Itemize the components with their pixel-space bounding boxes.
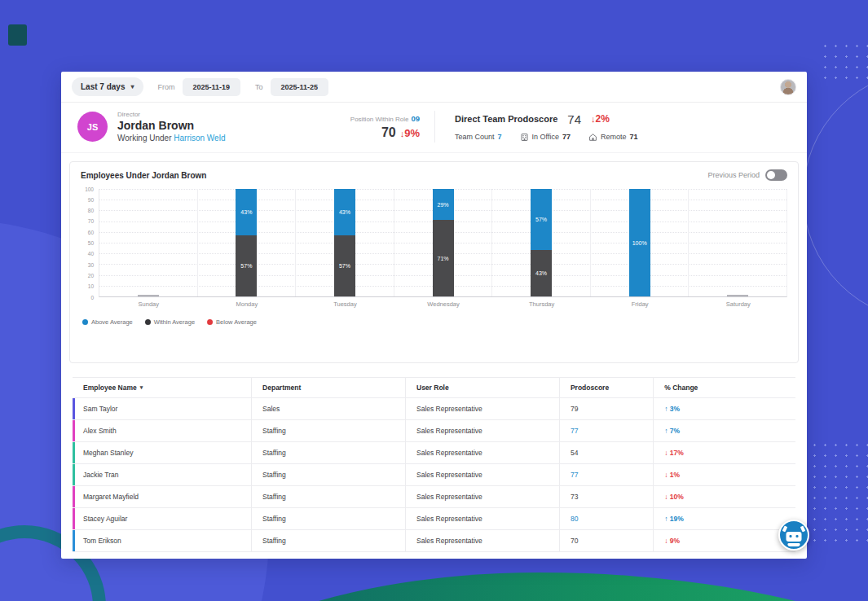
from-date-field[interactable]: 2025-11-19 <box>183 78 241 96</box>
y-axis-label: 50 <box>88 240 94 246</box>
user-role-cell: Sales Representative <box>405 442 559 463</box>
up-arrow-icon: ↑ 19% <box>664 515 684 523</box>
chatbot-button[interactable] <box>778 520 809 551</box>
sort-icon: ▾ <box>140 384 143 391</box>
department-cell: Staffing <box>251 530 405 551</box>
date-range-dropdown[interactable]: Last 7 days ▾ <box>72 77 143 96</box>
chevron-down-icon: ▾ <box>130 83 134 90</box>
table-row[interactable]: Tom EriksonStaffingSales Representative7… <box>73 530 795 552</box>
employee-identity: Director Jordan Brown Working Under Harr… <box>117 111 225 143</box>
department-cell: Staffing <box>251 442 405 463</box>
employee-name-cell: Stacey Aguilar <box>73 508 251 529</box>
percent-change-cell: ↓ 17% <box>653 442 795 463</box>
zero-bar <box>727 295 748 296</box>
y-axis-label: 0 <box>90 295 94 300</box>
table-row[interactable]: Alex SmithStaffingSales Representative77… <box>73 420 795 442</box>
working-under: Working Under Harrison Weld <box>117 134 225 143</box>
up-arrow-icon: ↑ 3% <box>664 405 680 413</box>
x-axis-label: Sunday <box>99 300 198 308</box>
y-axis-label: 70 <box>88 218 94 224</box>
vertical-divider <box>434 111 435 143</box>
prodoscore-cell: 79 <box>559 398 653 419</box>
table-header-row: Employee Name▾DepartmentUser RoleProdosc… <box>73 377 795 398</box>
user-role-cell: Sales Representative <box>405 464 559 485</box>
date-range-label: Last 7 days <box>81 82 125 91</box>
user-role-cell: Sales Representative <box>405 486 559 507</box>
dot-grid-decoration <box>809 440 868 544</box>
prodoscore-link[interactable]: 77 <box>571 427 578 435</box>
chart-column-tuesday: 57%43% <box>296 189 394 296</box>
team-score-value: 74 <box>567 112 581 126</box>
table-row[interactable]: Stacey AguilarStaffingSales Representati… <box>73 508 795 530</box>
percent-change-cell: ↓ 1% <box>653 464 795 485</box>
employee-name-cell: Jackie Tran <box>73 464 251 485</box>
chart-column-sunday <box>99 189 198 296</box>
chart-column-wednesday: 71%29% <box>394 189 493 296</box>
column-header--change[interactable]: % Change <box>653 378 795 397</box>
employee-initials-avatar: JS <box>77 112 108 142</box>
chart-column-monday: 57%43% <box>198 189 297 296</box>
chart-column-friday: 100% <box>591 189 690 296</box>
table-row[interactable]: Sam TaylorSalesSales Representative79↑ 3… <box>73 398 795 420</box>
legend-item[interactable]: Below Average <box>207 318 257 326</box>
row-accent-bar <box>73 486 75 507</box>
row-accent-bar <box>73 442 75 463</box>
previous-period-toggle[interactable] <box>765 169 787 181</box>
prodoscore-cell: 70 <box>559 530 653 551</box>
top-toolbar: Last 7 days ▾ From 2025-11-19 To 2025-11… <box>61 72 807 103</box>
column-header-prodoscore[interactable]: Prodoscore <box>559 378 653 397</box>
x-axis: SundayMondayTuesdayWednesdayThursdayFrid… <box>99 300 787 308</box>
team-stats: Direct Team Prodoscore 74 ↓2% Team Count… <box>445 112 791 142</box>
table-row[interactable]: Meghan StanleyStaffingSales Representati… <box>73 442 795 464</box>
y-axis-label: 100 <box>85 186 94 192</box>
employee-name: Jordan Brown <box>117 119 225 132</box>
department-cell: Staffing <box>251 508 405 529</box>
table-row[interactable]: Margaret MayfieldStaffingSales Represent… <box>73 486 795 508</box>
legend-item[interactable]: Above Average <box>82 318 133 326</box>
bar-segment-above-average[interactable]: 43% <box>236 189 257 235</box>
chart-card: Employees Under Jordan Brown Previous Pe… <box>69 161 799 363</box>
manager-link[interactable]: Harrison Weld <box>174 134 225 143</box>
prodoscore-link[interactable]: 77 <box>571 471 578 479</box>
bar-segment-above-average[interactable]: 29% <box>433 189 454 220</box>
chart-plot-area: 57%43%57%43%71%29%43%57%100% <box>99 189 787 297</box>
prodoscore-link[interactable]: 80 <box>571 515 578 523</box>
prodoscore-cell: 54 <box>559 442 653 463</box>
x-axis-label: Friday <box>591 300 690 308</box>
column-header-user-role[interactable]: User Role <box>405 378 559 397</box>
column-header-department[interactable]: Department <box>251 378 405 397</box>
bar-segment-above-average[interactable]: 43% <box>334 189 355 235</box>
x-axis-label: Tuesday <box>296 300 394 308</box>
user-role-cell: Sales Representative <box>405 398 559 419</box>
prodoscore-cell: 80 <box>559 508 653 529</box>
prodoscore-value: 70 <box>381 125 396 139</box>
legend-dot-icon <box>82 319 88 325</box>
team-count: Team Count7 <box>455 133 502 141</box>
bar-segment-within-average[interactable]: 71% <box>433 220 454 296</box>
y-axis-label: 80 <box>88 208 94 213</box>
table-row[interactable]: Jackie TranStaffingSales Representative7… <box>73 464 795 486</box>
legend-item[interactable]: Within Average <box>145 318 195 326</box>
bar-segment-within-average[interactable]: 57% <box>236 235 257 296</box>
down-arrow-icon: ↓ 1% <box>664 471 680 479</box>
dot-grid-decoration <box>820 41 868 85</box>
bar-segment-within-average[interactable]: 57% <box>334 235 355 296</box>
dashboard-panel: Last 7 days ▾ From 2025-11-19 To 2025-11… <box>61 72 807 559</box>
position-block: Position Within Role09 70↓9% <box>350 114 420 140</box>
department-cell: Sales <box>251 398 405 419</box>
down-arrow-icon: ↓ 17% <box>664 449 684 457</box>
bar-segment-within-average[interactable]: 43% <box>531 250 552 296</box>
percent-change-cell: ↑ 3% <box>653 398 795 419</box>
y-axis-label: 60 <box>88 230 94 235</box>
column-header-employee-name[interactable]: Employee Name▾ <box>73 378 251 397</box>
to-date-field[interactable]: 2025-11-25 <box>271 78 329 96</box>
user-avatar[interactable] <box>780 79 796 95</box>
down-arrow-icon: ↓ 9% <box>664 537 680 545</box>
row-accent-bar <box>73 508 75 529</box>
x-axis-label: Saturday <box>689 300 787 308</box>
in-office-stat: In Office77 <box>520 133 571 142</box>
bar-segment-above-average[interactable]: 57% <box>531 189 552 250</box>
team-score-label: Direct Team Prodoscore <box>455 114 557 124</box>
employee-name-cell: Alex Smith <box>73 420 251 441</box>
bar-segment-above-average[interactable]: 100% <box>629 189 650 296</box>
